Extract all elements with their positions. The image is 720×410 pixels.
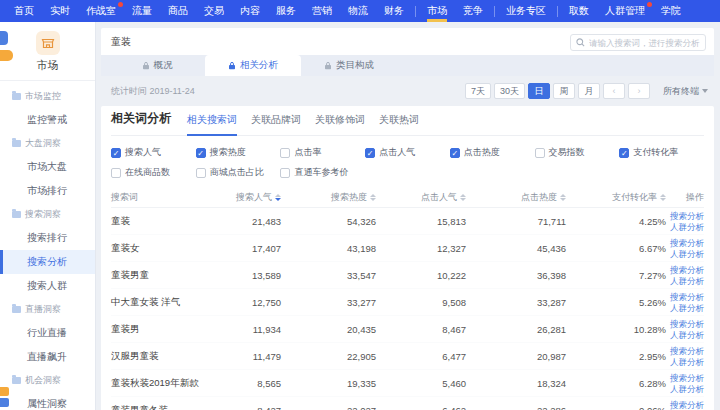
sidebar-section: 搜索洞察 [0,203,95,226]
keyword-tab[interactable]: 相关分析 [205,55,301,76]
checkbox-unchecked-icon [111,168,121,178]
floating-shortcut-orange-icon[interactable] [0,387,9,396]
keyword-cell[interactable]: 童装秋装2019年新款 [111,377,221,390]
action-link[interactable]: 人群分析 [670,276,704,286]
date-range-button[interactable]: 日 [528,83,550,99]
metric-checkbox[interactable]: 点击率 [280,146,365,159]
date-range-button[interactable]: 30天 [494,83,525,99]
metric-checkbox[interactable]: ✓搜索热度 [196,146,281,159]
action-link[interactable]: 搜索分析 [670,319,704,329]
keyword-cell[interactable]: 童装男童冬装 [111,404,221,410]
table-header-row: 搜索词搜索人气搜索热度点击人气点击热度支付转化率操作 [111,188,704,208]
keyword-tab[interactable]: 类目构成 [301,55,397,76]
nav-item[interactable]: 作战室 [78,0,124,22]
sidebar-item[interactable]: 市场排行 [0,179,95,203]
sidebar-item[interactable]: 直播飙升 [0,345,95,369]
sidebar-item[interactable]: 搜索排行 [0,226,95,250]
metric-checkbox[interactable]: ✓搜索人气 [111,146,196,159]
metric-checkbox[interactable]: ✓点击人气 [365,146,450,159]
column-header[interactable]: 点击人气 [376,191,466,204]
column-header-label: 点击人气 [421,191,457,204]
date-range-button[interactable]: 月 [578,83,600,99]
nav-item[interactable]: 取数 [561,0,597,22]
keyword-cell[interactable]: 童装女 [111,242,221,255]
keyword-cell[interactable]: 童装男童 [111,269,221,282]
metric-checkbox[interactable]: ✓点击热度 [450,146,535,159]
metric-checkbox[interactable]: 交易指数 [535,146,620,159]
nav-item[interactable]: 商品 [160,0,196,22]
floating-shortcut-blue-icon[interactable] [0,398,9,407]
action-link[interactable]: 搜索分析 [670,373,704,383]
metric-label: 直通车参考价 [294,166,348,179]
action-link[interactable]: 人群分析 [670,384,704,394]
search-input[interactable] [589,38,700,48]
metric-checkbox[interactable]: 直通车参考价 [280,166,365,179]
keyword-cell[interactable]: 汉服男童装 [111,350,221,363]
action-link[interactable]: 人群分析 [670,330,704,340]
metric-checkbox[interactable]: 商城点击占比 [196,166,281,179]
nav-item[interactable]: 服务 [268,0,304,22]
table-row: 童装女17,40743,19812,32745,4366.67%搜索分析人群分析 [111,235,704,262]
action-link[interactable]: 人群分析 [670,222,704,232]
date-range-button[interactable]: 7天 [465,83,491,99]
floating-widget-icon[interactable] [0,31,8,45]
sidebar-item[interactable]: 搜索分析 [0,250,95,274]
nav-item[interactable]: 实时 [42,0,78,22]
search-box[interactable] [570,34,706,51]
notification-dot-icon [647,2,652,7]
sidebar-item[interactable]: 行业直播 [0,321,95,345]
nav-item[interactable]: 市场 [419,0,455,22]
nav-item[interactable]: 营销 [304,0,340,22]
sidebar-item[interactable]: 搜索人群 [0,274,95,298]
nav-item[interactable]: 业务专区 [498,0,554,22]
nav-item[interactable]: 学院 [653,0,689,22]
action-link[interactable]: 搜索分析 [670,400,704,410]
action-link[interactable]: 搜索分析 [670,211,704,221]
metric-checkbox[interactable]: ✓支付转化率 [619,146,704,159]
keyword-cell[interactable]: 童装 [111,215,221,228]
action-link[interactable]: 搜索分析 [670,238,704,248]
metric-cell: 18,324 [466,378,566,389]
nav-item[interactable]: 人群管理 [597,0,653,22]
terminal-dropdown[interactable]: 所有终端 [663,85,708,98]
keyword-cell[interactable]: 童装男 [111,323,221,336]
action-link[interactable]: 人群分析 [670,357,704,367]
sidebar-item[interactable]: 监控警戒 [0,108,95,132]
metric-label: 在线商品数 [125,166,170,179]
sidebar-item[interactable]: 市场大盘 [0,155,95,179]
panel-tab[interactable]: 关联品牌词 [251,113,301,135]
action-link[interactable]: 人群分析 [670,249,704,259]
action-link[interactable]: 搜索分析 [670,346,704,356]
floating-badge[interactable] [0,50,13,61]
nav-item[interactable]: 首页 [6,0,42,22]
metric-cell: 26,281 [466,324,566,335]
date-controls: 7天30天日周月‹›所有终端 [465,83,712,99]
nav-item[interactable]: 物流 [340,0,376,22]
sidebar-item[interactable]: 属性洞察 [0,392,95,410]
action-link[interactable]: 搜索分析 [670,265,704,275]
nav-item[interactable]: 流量 [124,0,160,22]
column-header[interactable]: 搜索人气 [221,191,281,204]
nav-item[interactable]: 财务 [376,0,412,22]
column-header[interactable]: 支付转化率 [566,191,666,204]
panel-tab[interactable]: 关联热词 [379,113,419,135]
column-header[interactable]: 搜索热度 [281,191,376,204]
date-range-button[interactable]: 周 [553,83,575,99]
nav-item[interactable]: 内容 [232,0,268,22]
action-link[interactable]: 搜索分析 [670,292,704,302]
panel-tab[interactable]: 关联修饰词 [315,113,365,135]
column-header[interactable]: 点击热度 [466,191,566,204]
table-row: 童装21,48354,32615,81371,7114.25%搜索分析人群分析 [111,208,704,235]
action-link[interactable]: 人群分析 [670,303,704,313]
keyword-cell[interactable]: 中大童女装 洋气 [111,296,221,309]
actions-cell: 搜索分析人群分析 [666,346,704,367]
metric-checkbox[interactable]: 在线商品数 [111,166,196,179]
panel-tab[interactable]: 相关搜索词 [187,113,237,135]
nav-item[interactable]: 交易 [196,0,232,22]
metric-cell: 33,287 [466,297,566,308]
prev-date-button[interactable]: ‹ [603,83,625,99]
nav-item[interactable]: 竞争 [455,0,491,22]
next-date-button[interactable]: › [628,83,650,99]
table-body: 童装21,48354,32615,81371,7114.25%搜索分析人群分析童… [111,208,704,410]
keyword-tab[interactable]: 概况 [109,55,205,76]
